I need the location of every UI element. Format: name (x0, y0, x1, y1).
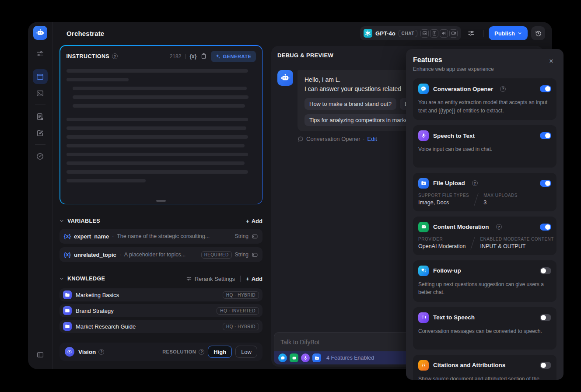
chevron-down-icon[interactable] (60, 276, 64, 281)
chevron-down-icon[interactable] (60, 219, 64, 223)
slash-divider (471, 237, 475, 249)
speech-to-text-mini-icon (301, 354, 310, 362)
dot-separator: · (112, 233, 114, 239)
feature-title: Content Moderation (433, 224, 489, 230)
suggestion-chip[interactable]: How to make a brand stand out? (304, 98, 396, 110)
help-icon[interactable]: ? (496, 224, 502, 230)
publish-button[interactable]: Publish (489, 26, 528, 40)
feature-description: Show source document and attributed sect… (418, 375, 551, 380)
instructions-panel: INSTRUCTIONS ? 2182 {x} GENERATE (60, 45, 262, 204)
help-icon[interactable]: ? (500, 86, 506, 92)
file-upload-mini-icon (312, 354, 321, 362)
nav-orchestrate-icon[interactable] (33, 69, 48, 84)
variable-type: String (235, 252, 248, 258)
feature-card-content-moderation: Content Moderation ? PROVIDER OpenAI Mod… (413, 217, 556, 255)
feature-title: Citations and Attributions (433, 362, 505, 368)
help-icon[interactable]: ? (98, 349, 104, 355)
topbar-divider (483, 30, 483, 37)
version-history-button[interactable] (531, 26, 545, 40)
nav-monitoring-icon[interactable] (33, 149, 48, 164)
features-panel-title: Features (413, 56, 556, 64)
citations-toggle[interactable] (540, 362, 551, 369)
resize-handle[interactable] (156, 200, 166, 202)
instructions-redacted-text[interactable] (66, 69, 256, 182)
detail-column: SUPPORT FILE TYPES Image, Docs (418, 193, 469, 206)
detail-label: ENABLED MODERATE CONTENT (480, 237, 554, 242)
instructions-title: INSTRUCTIONS (66, 53, 110, 60)
vision-card: Vision ? RESOLUTION ? High Low (60, 343, 262, 361)
feature-title: Follow-up (433, 267, 461, 274)
variable-name: unrelated_topic (74, 252, 116, 258)
model-parameters-icon[interactable] (465, 27, 478, 40)
input-type-icon (252, 233, 258, 240)
feature-description: You are an entity extraction model that … (418, 98, 551, 115)
knowledge-row[interactable]: Brand Strategy HQ · INVERTED (60, 304, 262, 317)
chat-bubble-icon (298, 136, 304, 142)
conversation-opener-toggle[interactable] (540, 85, 551, 92)
feature-card-text-to-speech: Text to Speech Conversation messages can… (413, 307, 556, 350)
rerank-settings-button[interactable]: Rerank Settings (186, 276, 235, 282)
file-upload-toggle[interactable] (540, 180, 551, 187)
top-bar: Orchestrate GPT-4o CHAT (52, 22, 552, 45)
vision-capability-icon (420, 29, 429, 38)
nav-annotations-icon[interactable] (33, 126, 48, 140)
resolution-low-button[interactable]: Low (235, 346, 257, 358)
knowledge-name: Marketing Basics (76, 292, 119, 298)
help-icon[interactable]: ? (199, 349, 204, 355)
text-to-speech-icon (418, 312, 429, 323)
opener-label: Conversation Opener (306, 136, 360, 142)
variable-row[interactable]: {x} unrelated_topic · A placeholder for … (60, 247, 262, 262)
add-knowledge-button[interactable]: +Add (246, 276, 262, 282)
rail-divider (35, 65, 46, 65)
nav-logs-icon[interactable] (33, 109, 48, 124)
model-selector[interactable]: GPT-4o CHAT (360, 26, 461, 40)
detail-value: OpenAI Moderation (418, 243, 466, 249)
knowledge-folder-icon (63, 306, 72, 315)
collapse-sidebar-icon[interactable] (33, 347, 48, 362)
add-variable-button[interactable]: +Add (246, 218, 262, 224)
knowledge-badge: HQ · INVERTED (217, 307, 259, 315)
knowledge-row[interactable]: Marketing Basics HQ · HYBRID (60, 288, 262, 301)
vision-title: Vision (78, 349, 96, 355)
variable-row[interactable]: {x} expert_name · The name of the strate… (60, 229, 262, 244)
audio-capability-icon (440, 29, 448, 38)
help-icon[interactable]: ? (472, 180, 478, 186)
plus-icon: + (246, 276, 249, 282)
copy-icon[interactable] (200, 53, 207, 60)
knowledge-name: Brand Strategy (76, 308, 114, 314)
detail-label: MAX UPLOADS (483, 193, 518, 198)
generate-button[interactable]: GENERATE (211, 51, 256, 62)
features-panel-subtitle: Enhance web app user experience (413, 66, 556, 72)
icon-rail (28, 22, 52, 369)
resolution-high-button[interactable]: High (208, 346, 232, 358)
insert-variable-icon[interactable]: {x} (189, 53, 196, 60)
variables-header: VARIABLES +Add (60, 217, 262, 225)
detail-label: PROVIDER (418, 237, 466, 242)
features-panel: Features × Enhance web app user experien… (406, 49, 564, 380)
model-settings-icon[interactable] (33, 46, 48, 61)
variable-token-icon: {x} (64, 252, 71, 258)
close-icon[interactable]: × (546, 56, 556, 66)
input-type-icon (252, 252, 258, 258)
sparkle-icon (215, 54, 220, 59)
dot-separator: · (363, 136, 365, 142)
rail-divider (35, 105, 46, 105)
feature-card-speech-to-text: Speech to Text Voice input can be used i… (413, 125, 556, 168)
edit-opener-link[interactable]: Edit (368, 136, 377, 142)
required-badge: REQUIRED (201, 251, 232, 259)
dot-separator: · (119, 252, 121, 258)
knowledge-row[interactable]: Market Research Guide HQ · HYBRID (60, 320, 262, 333)
text-to-speech-toggle[interactable] (540, 314, 551, 321)
feature-card-file-upload: File Upload ? SUPPORT FILE TYPES Image, … (413, 173, 556, 211)
speech-to-text-icon (418, 130, 429, 141)
follow-up-toggle[interactable] (540, 267, 551, 274)
app-logo-robot-icon[interactable] (33, 26, 47, 40)
nav-api-terminal-icon[interactable] (33, 86, 48, 101)
speech-to-text-toggle[interactable] (540, 132, 551, 139)
help-icon[interactable]: ? (112, 53, 118, 59)
feature-card-follow-up: Follow-up Setting up next questions sugg… (413, 260, 556, 302)
feature-card-conversation-opener: Conversation Opener ? You are an entity … (413, 78, 556, 120)
feature-title: Conversation Opener (433, 86, 493, 92)
content-moderation-toggle[interactable] (540, 224, 551, 231)
suggestion-chip[interactable]: Tips for analyzing competitors in market (304, 114, 414, 126)
